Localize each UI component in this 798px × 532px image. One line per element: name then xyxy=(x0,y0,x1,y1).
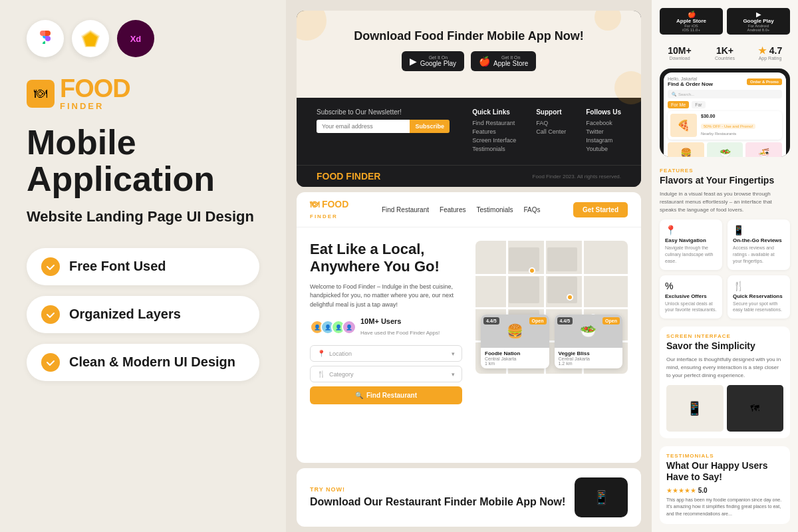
phone-search[interactable]: 🔍 Search... xyxy=(668,90,782,98)
figma-tool-icon xyxy=(27,20,64,57)
tool-icons: Xd xyxy=(27,20,259,57)
filter-tab[interactable]: Far xyxy=(692,101,706,108)
footer-email-form: Subscribe xyxy=(317,120,450,133)
footer-link[interactable]: Youtube xyxy=(586,146,621,152)
feat-name: Easy Navigation xyxy=(665,237,717,243)
feat-reservations: 🍴 Quick Reservations Secure your spot wi… xyxy=(728,275,790,319)
search-form: 📍 Location ▾ 🍴 Category ▾ 🔍 Find Restaur… xyxy=(310,345,462,404)
footer-link[interactable]: Facebook xyxy=(586,120,621,126)
feat-offers: % Exclusive Offers Unlock special deals … xyxy=(660,275,722,319)
reviews-icon: 📱 xyxy=(733,225,785,235)
google-play-badge[interactable]: ▶ Google Play For Android Android 8.0+ xyxy=(727,8,790,35)
download-section: TRY NOW! Download Our Restaurant Finder … xyxy=(297,468,641,527)
navigation-icon: 📍 xyxy=(665,225,717,235)
footer-link[interactable]: Testimonials xyxy=(472,146,516,152)
feature-item-organized-layers: Organized Layers xyxy=(27,296,259,333)
feature-label-organized-layers: Organized Layers xyxy=(69,307,181,322)
feature-item-free-font: Free Font Used xyxy=(27,248,259,285)
check-icon xyxy=(46,358,55,367)
stat-value: 10M+ xyxy=(660,45,700,56)
phone-mockup-small: 📱 xyxy=(575,477,628,517)
main-title: Mobile Application xyxy=(27,124,259,197)
star-icon: ★ xyxy=(758,45,767,56)
email-input[interactable] xyxy=(317,120,410,133)
footer-link[interactable]: Instagram xyxy=(586,137,621,144)
site-nav: 🍽 FOODFINDER Find Restaurant Features Te… xyxy=(297,192,641,227)
order-button[interactable]: Order & Promo xyxy=(747,78,782,85)
feature-list: Free Font Used Organized Layers Clean & … xyxy=(27,248,259,381)
screen-img-1: 📱 xyxy=(666,385,724,432)
restaurant-name: Foodie Nation xyxy=(485,350,545,356)
footer-link[interactable]: FAQ xyxy=(536,120,566,126)
hero-preview-card: 🍽 FOODFINDER Find Restaurant Features Te… xyxy=(297,192,641,463)
restaurant-distance: 1 km xyxy=(485,361,545,366)
footer-link[interactable]: Twitter xyxy=(586,128,621,135)
hero-avatars: 👤 👤 👤 👤 10M+ Users Have used the Food Fi… xyxy=(310,317,462,337)
phone-preview: Hello, Jakarta! Find & Order Now Order &… xyxy=(660,68,790,157)
screen-preview: 📱 🗺 xyxy=(666,385,783,432)
location-input[interactable]: 📍 Location ▾ xyxy=(310,345,462,362)
screen-tag: SCREEN INTERFACE xyxy=(666,333,783,339)
footer-brand-logo: FOOD FINDER xyxy=(317,171,380,182)
feat-desc: Secure your spot with easy table reserva… xyxy=(733,301,785,314)
play-icon: ▶ xyxy=(410,56,417,66)
features-section: FEATURES Flavors at Your Fingertips Indu… xyxy=(660,168,790,319)
food-image-3: 🍜 xyxy=(745,142,782,157)
stat-downloads: 10M+ Download xyxy=(660,45,700,61)
screen-section: SCREEN INTERFACE Savor the Simplicity Ou… xyxy=(660,327,790,438)
get-started-button[interactable]: Get Started xyxy=(573,202,628,217)
nav-link-restaurant[interactable]: Find Restaurant xyxy=(382,206,429,213)
food-image-2: 🥗 xyxy=(707,142,743,157)
apple-store-btn[interactable]: 🍎 Get It On Apple Store xyxy=(471,51,536,71)
check-icon xyxy=(46,262,55,271)
feat-reviews: 📱 On-the-Go Reviews Access reviews and r… xyxy=(728,219,790,269)
nearby-label: Nearby Restaurants xyxy=(701,132,736,136)
feature-check-free-font xyxy=(41,257,60,276)
footer-support: Support FAQ Call Center xyxy=(536,108,566,154)
nav-link-faqs[interactable]: FAQs xyxy=(524,206,541,213)
footer-links: Quick Links Find Restaurant Features Scr… xyxy=(472,108,621,154)
feature-label-clean-ui: Clean & Modern UI Design xyxy=(69,354,235,370)
map-view: 🍔 4.4/5 Open Foodie Nation Central Jakar… xyxy=(475,241,628,374)
feature-item-clean-ui: Clean & Modern UI Design xyxy=(27,344,259,381)
footer-link[interactable]: Screen Interface xyxy=(472,137,516,144)
nav-link-testimonials[interactable]: Testimonials xyxy=(477,206,513,213)
feature-check-organized-layers xyxy=(41,305,60,324)
nav-link-features[interactable]: Features xyxy=(440,206,466,213)
features-title: Flavors at Your Fingertips xyxy=(660,175,790,186)
filter-tab-active[interactable]: For Me xyxy=(668,101,689,108)
subscribe-button[interactable]: Subscribe xyxy=(410,120,450,133)
phone-food-images: 🍔 🥗 🍜 xyxy=(668,142,782,157)
check-icon xyxy=(46,310,55,319)
google-play-btn[interactable]: ▶ Get It On Google Play xyxy=(402,51,464,71)
restaurant-info-1: Foodie Nation Central Jakarta 1 km xyxy=(481,348,549,368)
restaurant-card-1: 🍔 4.4/5 Open Foodie Nation Central Jakar… xyxy=(481,315,549,368)
search-icon: 🔍 xyxy=(355,392,363,399)
reservations-icon: 🍴 xyxy=(733,281,785,291)
apple-store-badge[interactable]: 🍎 Apple Store For iOS iOS 11.0+ xyxy=(660,8,723,35)
footer-link[interactable]: Call Center xyxy=(536,128,566,135)
feat-desc: Navigate through the culinary landscape … xyxy=(665,245,717,264)
footer-link[interactable]: Features xyxy=(472,128,516,135)
phone-screen: Hello, Jakarta! Find & Order Now Order &… xyxy=(664,72,786,157)
stat-label: Countries xyxy=(705,56,745,61)
site-nav-logo: 🍽 FOODFINDER xyxy=(310,199,348,220)
footer-link[interactable]: Find Restaurant xyxy=(472,120,516,126)
restaurant-distance: 1.2 km xyxy=(559,361,619,366)
avatar-stack: 👤 👤 👤 👤 xyxy=(310,320,356,334)
stat-label: Download xyxy=(660,56,700,61)
phone-food-card: 🍕 $30.00 50% OFF - Use and Promo! Nearby… xyxy=(668,111,782,140)
right-panel: 🍎 Apple Store For iOS iOS 11.0+ ▶ Google… xyxy=(652,0,798,532)
map-pin xyxy=(529,267,535,274)
category-icon: 🍴 xyxy=(317,370,325,378)
feat-name: On-the-Go Reviews xyxy=(733,237,785,243)
stat-rating: ★ 4.7 App Rating xyxy=(750,45,790,61)
rating-badge: 4.4/5 xyxy=(557,317,573,325)
category-input[interactable]: 🍴 Category ▾ xyxy=(310,366,462,382)
feat-name: Exclusive Offers xyxy=(665,293,717,299)
footer-follows: Follows Us Facebook Twitter Instagram Yo… xyxy=(586,108,621,154)
restaurant-info-2: Veggie Bliss Central Jakarta 1.2 km xyxy=(555,348,623,368)
testimonials-tag: TESTIMONIALS xyxy=(666,453,783,459)
stat-value: ★ 4.7 xyxy=(750,45,790,56)
find-restaurant-button[interactable]: 🔍 Find Restaurant xyxy=(310,386,462,404)
